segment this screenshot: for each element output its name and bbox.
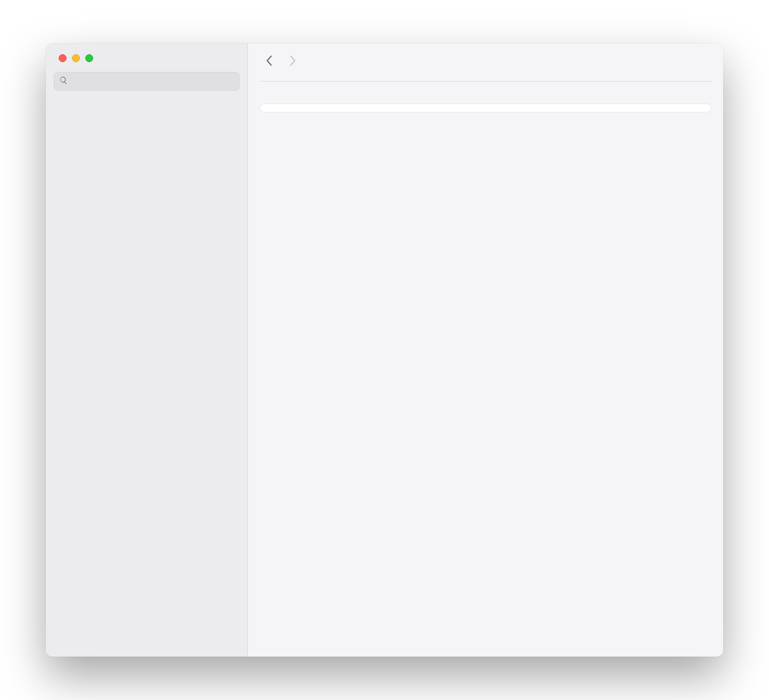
titlebar	[248, 43, 723, 78]
settings-window	[46, 43, 723, 657]
text-panel	[260, 104, 711, 112]
back-button[interactable]	[262, 52, 278, 70]
window-controls	[46, 43, 247, 69]
close-window-button[interactable]	[59, 54, 67, 62]
sidebar	[46, 43, 248, 657]
zoom-window-button[interactable]	[85, 54, 93, 62]
search-field[interactable]	[54, 72, 240, 91]
content-scroll[interactable]	[248, 78, 723, 657]
text-section-heading	[260, 82, 711, 104]
sidebar-items	[46, 97, 247, 657]
minimize-window-button[interactable]	[72, 54, 80, 62]
main-pane	[248, 43, 723, 657]
search-icon	[59, 76, 68, 87]
search-input[interactable]	[72, 76, 234, 86]
forward-button[interactable]	[284, 52, 300, 70]
